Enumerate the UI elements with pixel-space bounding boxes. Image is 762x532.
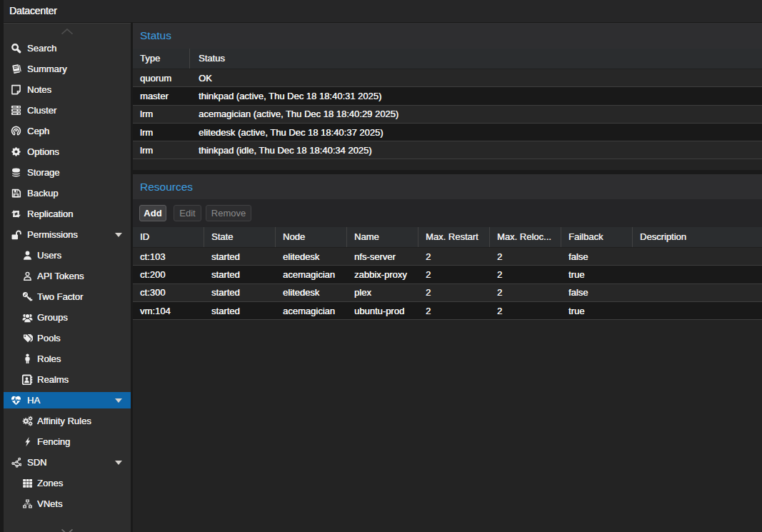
resources-cell: 2 [490, 284, 561, 301]
database-icon [10, 167, 21, 179]
resources-row[interactable]: ct:103startedelitedesknfs-server22false [133, 248, 762, 266]
window-titlebar: Datacenter [4, 0, 762, 22]
sidebar-item-storage[interactable]: Storage [4, 162, 131, 183]
resources-cell: ct:200 [133, 266, 204, 283]
resources-cell [633, 266, 762, 283]
sidebar-item-pools[interactable]: Pools [4, 328, 131, 348]
resources-cell: acemagician [276, 302, 347, 319]
remove-button[interactable]: Remove [206, 205, 251, 221]
sidebar-item-cluster[interactable]: Cluster [4, 100, 131, 121]
sidebar-item-groups[interactable]: Groups [4, 307, 131, 328]
sidebar-item-label: HA [27, 390, 40, 411]
column-header-id[interactable]: ID [133, 227, 204, 247]
resources-cell: plex [347, 284, 418, 301]
expander-caret-icon[interactable] [115, 398, 122, 403]
resources-cell: 2 [418, 266, 490, 283]
male-icon [21, 353, 33, 365]
sidebar-item-zones[interactable]: Zones [4, 473, 131, 493]
sidebar-item-affinity-rules[interactable]: Affinity Rules [4, 411, 131, 431]
column-header-max-reloc-[interactable]: Max. Reloc... [490, 227, 561, 247]
sidebar-item-options[interactable]: Options [4, 141, 131, 162]
resources-grid-rows: ct:103startedelitedesknfs-server22falsec… [133, 248, 762, 320]
sidebar-item-notes[interactable]: Notes [4, 79, 131, 100]
resources-cell: started [204, 266, 276, 283]
resources-cell: ubuntu-prod [347, 302, 418, 319]
expander-caret-icon[interactable] [115, 233, 122, 237]
user-icon [21, 250, 33, 261]
resources-row[interactable]: ct:200startedacemagicianzabbix-proxy22tr… [133, 266, 762, 283]
sidebar-item-api-tokens[interactable]: API Tokens [4, 266, 131, 286]
resources-cell: 2 [490, 266, 561, 283]
resources-cell: false [561, 248, 633, 265]
status-panel: Status TypeStatus quorumOKmasterthinkpad… [133, 23, 762, 170]
status-cell: lrm [133, 141, 190, 159]
status-row[interactable]: lrmacemagician (active, Thu Dec 18 18:40… [133, 106, 762, 124]
sidebar-item-backup[interactable]: Backup [4, 183, 131, 204]
sidebar-item-search[interactable]: Search [4, 38, 131, 59]
resources-cell: elitedesk [276, 248, 347, 265]
sidebar-item-roles[interactable]: Roles [4, 348, 131, 369]
key-icon [21, 291, 33, 303]
sidebar-item-label: Fencing [37, 431, 70, 452]
gear-icon [10, 146, 21, 158]
sidebar-item-users[interactable]: Users [4, 245, 131, 266]
status-grid-rows: quorumOKmasterthinkpad (active, Thu Dec … [133, 69, 762, 159]
column-header-status[interactable]: Status [190, 49, 762, 69]
sidebar-item-label: Users [37, 245, 61, 266]
resources-cell: elitedesk [276, 284, 347, 301]
sidebar-item-realms[interactable]: Realms [4, 369, 131, 390]
status-row[interactable]: masterthinkpad (active, Thu Dec 18 18:40… [133, 87, 762, 105]
column-header-name[interactable]: Name [347, 227, 418, 247]
resources-row[interactable]: vm:104startedacemagicianubuntu-prod22tru… [133, 302, 762, 320]
address-book-icon [21, 374, 33, 386]
resources-cell: true [561, 266, 633, 283]
resources-cell: false [561, 284, 633, 301]
status-row[interactable]: lrmthinkpad (idle, Thu Dec 18 18:40:34 2… [133, 141, 762, 159]
add-button[interactable]: Add [139, 205, 166, 221]
column-header-type[interactable]: Type [133, 49, 190, 69]
sidebar-item-label: API Tokens [37, 266, 84, 286]
sidebar-item-vnets[interactable]: VNets [4, 493, 131, 514]
resources-cell: zabbix-proxy [347, 266, 418, 283]
users-icon [21, 312, 33, 323]
page-title: Datacenter [9, 0, 56, 22]
resources-panel-title: Resources [140, 181, 193, 193]
status-row[interactable]: lrmelitedesk (active, Thu Dec 18 18:40:3… [133, 124, 762, 141]
bolt-icon [21, 436, 33, 448]
sidebar-item-fencing[interactable]: Fencing [4, 431, 131, 452]
sdn-icon [10, 457, 21, 468]
content-area: Status TypeStatus quorumOKmasterthinkpad… [133, 23, 762, 532]
sidebar-item-label: Two Factor [37, 286, 83, 307]
column-header-description[interactable]: Description [633, 227, 762, 247]
resources-cell: 2 [418, 284, 490, 301]
sidebar-item-replication[interactable]: Replication [4, 204, 131, 224]
sidebar-item-permissions[interactable]: Permissions [4, 224, 131, 245]
unlock-icon [10, 229, 21, 241]
sidebar-item-two-factor[interactable]: Two Factor [4, 286, 131, 307]
sidebar-item-label: Permissions [27, 224, 78, 245]
resources-row[interactable]: ct:300startedelitedeskplex22false [133, 284, 762, 302]
resources-grid-header: IDStateNodeNameMax. RestartMax. Reloc...… [133, 227, 762, 248]
resources-cell: 2 [418, 302, 490, 319]
retweet-icon [10, 209, 21, 220]
column-header-node[interactable]: Node [276, 227, 347, 247]
resources-toolbar: AddEditRemove [133, 199, 762, 227]
sidebar-item-ha[interactable]: HA [4, 390, 131, 411]
status-row[interactable]: quorumOK [133, 69, 762, 87]
expander-caret-icon[interactable] [115, 461, 122, 465]
status-cell: elitedesk (active, Thu Dec 18 18:40:37 2… [190, 124, 762, 141]
column-header-state[interactable]: State [204, 227, 276, 247]
sidebar-item-ceph[interactable]: Ceph [4, 121, 131, 141]
chevron-down-icon[interactable] [61, 528, 74, 532]
resources-cell: 2 [418, 248, 490, 265]
chevron-up-icon[interactable] [61, 28, 74, 35]
column-header-failback[interactable]: Failback [561, 227, 633, 247]
status-cell: acemagician (active, Thu Dec 18 18:40:29… [190, 106, 762, 123]
user-outline-icon [21, 271, 33, 282]
edit-button[interactable]: Edit [174, 205, 201, 221]
resources-cell: started [204, 302, 276, 319]
resources-cell: nfs-server [347, 248, 418, 265]
sidebar-item-sdn[interactable]: SDN [4, 452, 131, 473]
sidebar-item-summary[interactable]: Summary [4, 59, 131, 79]
column-header-max-restart[interactable]: Max. Restart [418, 227, 490, 247]
